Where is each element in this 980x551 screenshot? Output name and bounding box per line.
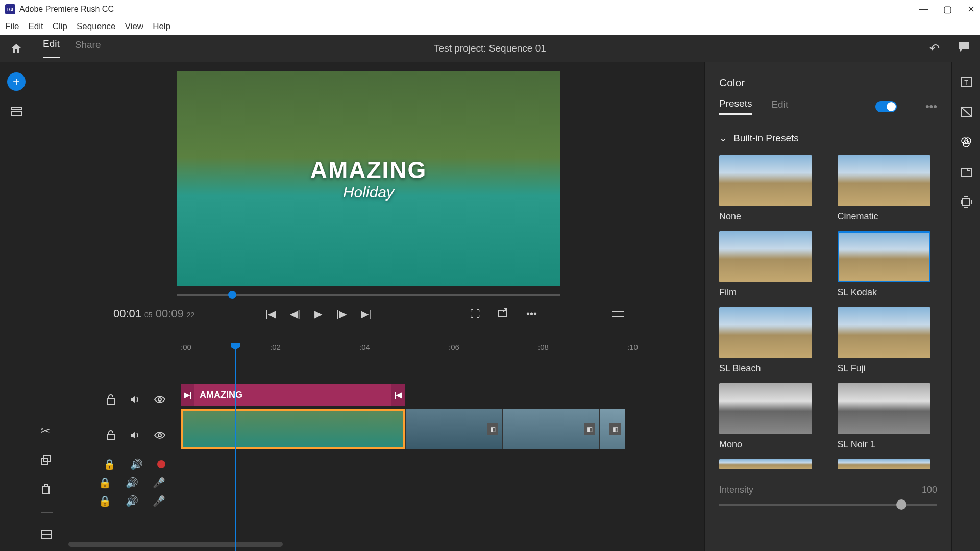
menu-file[interactable]: File (5, 21, 19, 32)
step-back-icon[interactable]: ◀| (290, 308, 300, 320)
svg-rect-2 (498, 310, 506, 317)
go-to-start-icon[interactable]: |◀ (265, 308, 276, 320)
lock-icon[interactable]: 🔒 (99, 495, 111, 507)
minimize-button[interactable]: — (919, 4, 928, 15)
panel-title: Color (705, 62, 951, 98)
add-media-button[interactable]: + (7, 72, 26, 91)
title-overlay: AMAZING Holiday (310, 156, 427, 201)
visibility-icon[interactable] (154, 396, 165, 403)
mic-icon[interactable]: 🎤 (153, 477, 165, 489)
video-track: ◧ ◧ ◧ (181, 409, 625, 449)
scrub-handle[interactable] (228, 291, 236, 299)
mic-icon[interactable]: 🎤 (153, 495, 165, 507)
duplicate-icon[interactable] (41, 455, 53, 466)
transform-icon[interactable] (960, 196, 972, 208)
close-button[interactable]: ✕ (967, 4, 975, 15)
expand-tracks-icon[interactable] (41, 530, 53, 539)
visibility-icon[interactable] (154, 432, 165, 439)
go-to-end-icon[interactable]: ▶| (361, 308, 371, 320)
panel-more-icon[interactable]: ••• (925, 100, 937, 113)
delete-icon[interactable] (41, 484, 53, 495)
menu-edit[interactable]: Edit (28, 21, 43, 32)
playhead[interactable] (235, 344, 236, 551)
horizontal-scrollbar[interactable] (68, 542, 283, 547)
tab-edit[interactable]: Edit (43, 38, 60, 58)
preset-sl-noir-1[interactable]: SL Noir 1 (838, 383, 938, 450)
preset-more-1[interactable] (719, 459, 819, 469)
video-clip-1[interactable] (181, 409, 405, 449)
preset-mono[interactable]: Mono (719, 383, 819, 450)
time-ruler[interactable]: :00 :02 :04 :06 :08 :10 (181, 343, 704, 363)
program-monitor[interactable]: AMAZING Holiday (177, 71, 560, 286)
scissors-icon[interactable]: ✂ (41, 424, 53, 438)
preset-sl-fuji[interactable]: SL Fuji (838, 307, 938, 374)
preset-film[interactable]: Film (719, 231, 819, 298)
preset-sl-bleach[interactable]: SL Bleach (719, 307, 819, 374)
color-panel: Color Presets Edit ••• ⌄ Built-in Preset… (704, 62, 951, 551)
menu-help[interactable]: Help (153, 21, 170, 32)
overlay-subtitle-text: Holiday (310, 184, 427, 201)
menu-clip[interactable]: Clip (53, 21, 67, 32)
export-frame-icon[interactable] (498, 308, 509, 320)
slider-handle[interactable] (896, 499, 906, 510)
intensity-slider[interactable] (719, 504, 937, 506)
project-panel-icon[interactable] (10, 106, 22, 116)
clip-label: AMAZING (200, 390, 242, 400)
svg-rect-15 (107, 399, 114, 404)
transition-icon[interactable]: ◧ (609, 423, 621, 435)
video-clip-2[interactable]: ◧ (405, 409, 502, 449)
audio-icon[interactable] (960, 167, 972, 178)
mute-icon[interactable]: 🔊 (126, 495, 138, 507)
preset-sl-kodak[interactable]: SL Kodak (838, 231, 938, 298)
fullscreen-icon[interactable]: ⛶ (470, 308, 480, 320)
transitions-icon[interactable] (960, 106, 972, 117)
mute-icon[interactable] (130, 431, 140, 440)
clip-handle-left[interactable]: ▶| (181, 384, 194, 406)
preset-cinematic[interactable]: Cinematic (838, 155, 938, 222)
timeline-canvas[interactable]: :00 :02 :04 :06 :08 :10 ▶| AMAZING |◀ (181, 338, 704, 551)
menu-sequence[interactable]: Sequence (77, 21, 116, 32)
step-forward-icon[interactable]: |▶ (336, 308, 347, 320)
clip-handle-right[interactable]: |◀ (391, 384, 405, 406)
scrub-bar[interactable] (177, 294, 560, 296)
home-icon[interactable] (10, 42, 22, 55)
chevron-down-icon: ⌄ (719, 132, 727, 144)
titles-icon[interactable]: T (960, 77, 972, 88)
lock-icon[interactable]: 🔒 (103, 458, 116, 470)
lock-icon[interactable] (106, 430, 115, 440)
top-toolbar: Edit Share Test project: Sequence 01 ↶ (0, 35, 980, 62)
color-icon[interactable] (960, 136, 973, 149)
lock-icon[interactable]: 🔒 (99, 477, 111, 489)
transition-icon[interactable]: ◧ (487, 423, 498, 435)
title-clip[interactable]: ▶| AMAZING |◀ (181, 384, 405, 406)
mute-icon[interactable]: 🔊 (126, 477, 138, 489)
svg-text:T: T (964, 79, 968, 86)
mute-icon[interactable]: 🔊 (130, 458, 143, 470)
record-button[interactable] (157, 460, 165, 468)
video-clip-4[interactable]: ◧ (599, 409, 625, 449)
more-options-icon[interactable]: ••• (526, 308, 537, 320)
project-title: Test project: Sequence 01 (434, 43, 546, 54)
mute-icon[interactable] (130, 395, 140, 404)
maximize-button[interactable]: ▢ (943, 4, 952, 15)
intensity-label: Intensity (719, 485, 753, 495)
undo-icon[interactable]: ↶ (929, 41, 940, 56)
tab-presets[interactable]: Presets (719, 98, 752, 115)
window-titlebar: Ru Adobe Premiere Rush CC — ▢ ✕ (0, 0, 980, 18)
video-clip-3[interactable]: ◧ (502, 409, 599, 449)
preset-none[interactable]: None (719, 155, 819, 222)
play-icon[interactable]: ▶ (314, 308, 322, 320)
timeline: ✂ (33, 338, 704, 551)
color-enabled-toggle[interactable] (875, 101, 897, 112)
svg-point-16 (158, 398, 161, 401)
preset-more-2[interactable] (838, 459, 938, 469)
feedback-icon[interactable] (958, 41, 970, 56)
tab-share[interactable]: Share (75, 39, 101, 58)
lock-icon[interactable] (106, 394, 115, 405)
presets-section-header[interactable]: ⌄ Built-in Presets (719, 127, 937, 149)
tab-color-edit[interactable]: Edit (771, 99, 788, 114)
menu-view[interactable]: View (125, 21, 144, 32)
timeline-options-icon[interactable] (612, 310, 624, 318)
audio-track-1-controls: 🔒 🔊 (33, 455, 181, 473)
transition-icon[interactable]: ◧ (584, 423, 595, 435)
